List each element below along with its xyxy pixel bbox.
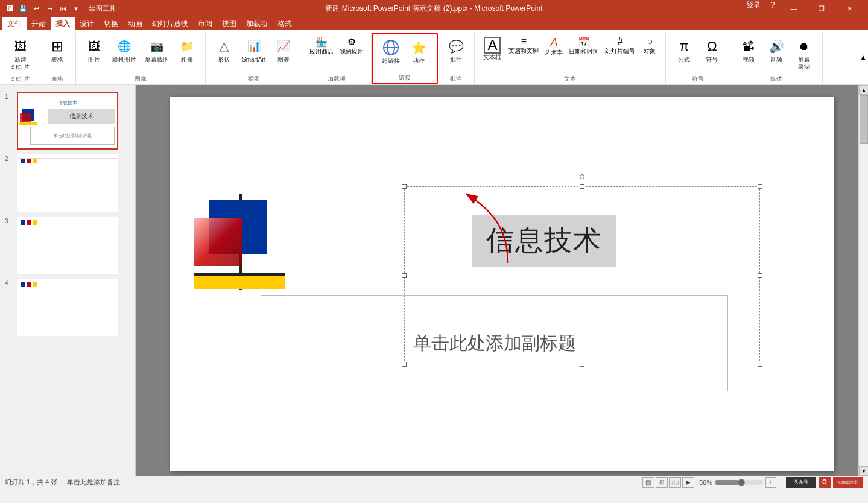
slide-canvas[interactable]: 信息技术 单击此处添加副标题	[170, 97, 834, 471]
slide-item-2[interactable]: 2	[0, 152, 135, 214]
handle-middle-left[interactable]	[402, 273, 407, 278]
slide-sorter-button[interactable]: ⊞	[656, 477, 668, 488]
app-store-label: 应用商店	[309, 48, 334, 56]
table-button[interactable]: ⊞ 表格	[44, 35, 71, 65]
picture-icon: 🖼	[84, 37, 104, 56]
slide-thumb-2[interactable]	[17, 154, 118, 212]
handle-middle-right[interactable]	[758, 273, 762, 278]
app-store-button[interactable]: 🏪 应用商店	[307, 35, 336, 57]
object-label: 对象	[644, 47, 656, 55]
screenrecord-button[interactable]: ⏺ 屏幕录制	[791, 35, 817, 72]
symbol-button[interactable]: Ω 符号	[699, 35, 725, 65]
slide-thumb-1[interactable]: 信息技术 信息技术 单击此处添加副标题	[17, 92, 118, 150]
customize-icon[interactable]: ▾	[71, 4, 81, 13]
vertical-scrollbar[interactable]: ▲ ▼	[858, 85, 868, 476]
scroll-up-button[interactable]: ▲	[859, 85, 868, 95]
slide-thumb-3[interactable]	[17, 217, 118, 274]
menu-format[interactable]: 格式	[273, 17, 297, 30]
slide4-blue-sq	[21, 282, 25, 287]
hyperlink-button[interactable]: 超链接	[378, 36, 404, 66]
menu-home[interactable]: 开始	[27, 17, 51, 30]
restore-button[interactable]: ❐	[808, 0, 835, 17]
ribbon-group-text-label: 文本	[564, 75, 576, 84]
ribbon-collapse-button[interactable]: ▲	[858, 30, 868, 84]
undo-icon[interactable]: ↩	[31, 4, 41, 13]
ribbon-group-comment-label: 批注	[450, 75, 462, 84]
textbox-button[interactable]: A 文本框	[480, 35, 505, 63]
my-apps-button[interactable]: ⚙ 我的应用	[337, 35, 366, 57]
slide-item-1[interactable]: 1 信息技术 信息技术 单击此处添加副标题	[0, 90, 135, 152]
handle-top-right[interactable]	[758, 184, 762, 189]
screenshot-button[interactable]: 📷 屏幕截图	[141, 35, 173, 65]
ribbon-group-media: 📽 视频 🔊 音频 ⏺ 屏幕录制 媒体	[730, 33, 823, 84]
app-store-icon: 🏪	[315, 36, 328, 48]
minimize-button[interactable]: —	[780, 0, 808, 17]
login-link[interactable]: 登录	[746, 0, 761, 17]
shapes-label: 形状	[218, 56, 230, 63]
slide-item-3[interactable]: 3	[0, 214, 135, 276]
zoom-fit-button[interactable]: +	[765, 477, 776, 488]
menu-file[interactable]: 文件	[2, 17, 27, 30]
menu-slideshow[interactable]: 幻灯片放映	[147, 17, 193, 30]
chart-button[interactable]: 📈 图表	[270, 35, 297, 65]
slide-number-button[interactable]: # 幻灯片编号	[603, 35, 638, 57]
handle-top-center[interactable]	[580, 184, 584, 189]
subtitle-box[interactable]: 单击此处添加副标题	[261, 295, 728, 391]
ribbon-group-slides-items: 🖼 新建幻灯片	[7, 33, 34, 75]
rotate-handle[interactable]	[580, 174, 584, 179]
scroll-thumb[interactable]	[860, 95, 868, 144]
screenrecord-label: 屏幕录制	[798, 56, 810, 71]
menu-view[interactable]: 视图	[217, 17, 241, 30]
action-button[interactable]: ⭐ 动作	[405, 36, 432, 66]
handle-bottom-right[interactable]	[758, 362, 762, 367]
object-button[interactable]: ○ 对象	[639, 35, 661, 57]
canvas-area[interactable]: 信息技术 单击此处添加副标题	[136, 85, 868, 476]
wordart-button[interactable]: A 艺术字	[542, 35, 565, 59]
menu-transitions[interactable]: 切换	[99, 17, 123, 30]
smartart-button[interactable]: 📊 SmartArt	[238, 35, 269, 65]
audio-button[interactable]: 🔊 音频	[763, 35, 790, 65]
slide3-red-sq	[27, 220, 31, 225]
zoom-level: 56%	[699, 479, 712, 486]
datetime-button[interactable]: 📅 日期和时间	[566, 35, 601, 57]
ribbon-group-symbol-items: π 公式 Ω 符号	[671, 33, 725, 75]
handle-top-left[interactable]	[402, 184, 407, 189]
online-picture-button[interactable]: 🌐 联机图片	[109, 35, 140, 65]
video-button[interactable]: 📽 视频	[735, 35, 762, 65]
reading-view-button[interactable]: 📖	[669, 477, 681, 488]
menu-insert[interactable]: 插入	[51, 17, 75, 30]
menu-review[interactable]: 审阅	[193, 17, 217, 30]
picture-button[interactable]: 🖼 图片	[81, 35, 107, 65]
menu-animations[interactable]: 动画	[123, 17, 147, 30]
close-button[interactable]: ✕	[835, 0, 863, 17]
new-slide-button[interactable]: 🖼 新建幻灯片	[7, 35, 34, 72]
slide-number-4: 4	[5, 279, 13, 286]
menu-addins[interactable]: 加载项	[241, 17, 273, 30]
normal-view-button[interactable]: ▤	[642, 477, 654, 488]
equation-button[interactable]: π 公式	[671, 35, 697, 65]
slide4-yellow-sq	[33, 282, 37, 287]
redo-icon[interactable]: ↪	[45, 4, 54, 13]
ribbon-group-addins-items: 🏪 应用商店 ⚙ 我的应用	[307, 33, 366, 75]
header-footer-button[interactable]: ≡ 页眉和页脚	[506, 35, 541, 57]
album-button[interactable]: 📁 相册	[174, 35, 200, 65]
ribbon-group-addins-label: 加载项	[328, 75, 346, 84]
slide-item-4[interactable]: 4	[0, 276, 135, 338]
scroll-down-button[interactable]: ▼	[859, 466, 868, 476]
chart-icon: 📈	[274, 37, 293, 56]
save-icon[interactable]: 💾	[18, 4, 28, 13]
ribbon-group-table-items: ⊞ 表格	[44, 33, 71, 75]
menu-design[interactable]: 设计	[75, 17, 99, 30]
help-icon[interactable]: ?	[770, 0, 775, 17]
smartart-label: SmartArt	[242, 56, 265, 63]
chart-label: 图表	[277, 56, 290, 63]
repeat-icon[interactable]: ⏮	[58, 4, 68, 13]
audio-label: 音频	[770, 56, 782, 63]
zoom-slider-thumb[interactable]	[738, 479, 745, 486]
slide-thumb-4[interactable]	[17, 279, 118, 336]
shapes-button[interactable]: △ 形状	[211, 35, 237, 65]
equation-icon: π	[674, 37, 694, 56]
zoom-slider[interactable]	[715, 480, 763, 485]
comment-button[interactable]: 💬 批注	[443, 35, 469, 65]
slideshow-button[interactable]: ▶	[682, 477, 694, 488]
